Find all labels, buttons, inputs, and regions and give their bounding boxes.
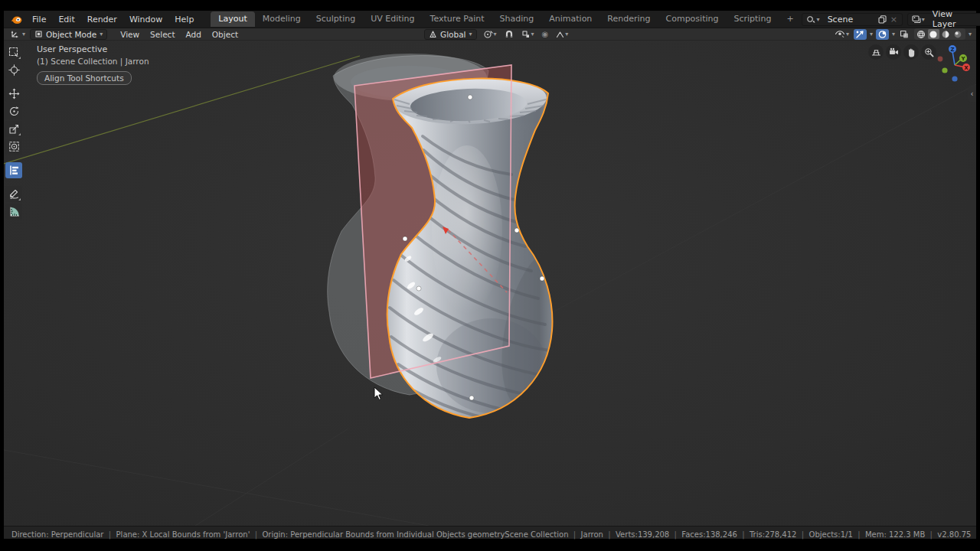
overlays-options-dropdown[interactable]: ▾ bbox=[892, 31, 895, 37]
falloff-curve-icon bbox=[556, 31, 564, 38]
orientation-icon bbox=[429, 30, 437, 38]
shading-material-button[interactable] bbox=[940, 29, 952, 39]
scene-name[interactable]: Scene bbox=[823, 15, 877, 24]
shading-solid-button[interactable] bbox=[928, 29, 939, 39]
sidebar-toggle-arrow[interactable]: ‹ bbox=[968, 85, 976, 102]
move-tool-button[interactable] bbox=[5, 86, 22, 102]
workspace-tabs: LayoutModelingSculptingUV EditingTexture… bbox=[211, 11, 801, 28]
blender-window: FileEditRenderWindowHelp LayoutModelingS… bbox=[4, 11, 976, 539]
gizmo-axis-negx[interactable] bbox=[938, 57, 943, 62]
proportional-falloff-dropdown[interactable]: ▾ bbox=[554, 30, 570, 39]
snap-toggle-button[interactable] bbox=[503, 29, 515, 40]
orientation-label: Global bbox=[440, 30, 466, 39]
editor-type-button[interactable]: ▾ bbox=[8, 29, 27, 39]
blender-logo-icon bbox=[10, 13, 23, 26]
gizmo-axis-negz[interactable] bbox=[952, 76, 957, 81]
status-bar: Direction: Perpendicular | Plane: X Loca… bbox=[4, 526, 976, 539]
viewport-menu-view[interactable]: View bbox=[115, 29, 145, 40]
viewport-canvas[interactable] bbox=[4, 41, 976, 526]
align-tool-button[interactable] bbox=[5, 162, 22, 178]
unlink-scene-button[interactable]: × bbox=[888, 15, 900, 24]
tab-scripting[interactable]: Scripting bbox=[726, 11, 779, 27]
tab-modeling[interactable]: Modeling bbox=[255, 11, 309, 27]
chevron-down-icon: ▾ bbox=[469, 31, 472, 37]
viewport-header-left: ▾ Object Mode ▾ ViewSelectAddObject bbox=[8, 29, 243, 40]
navigation-gizmo[interactable]: Z Y X bbox=[930, 41, 976, 88]
status-scene-stats: Scene Collection | Jarron | Verts:139,20… bbox=[505, 526, 971, 540]
proportional-editing-button[interactable]: ◉ bbox=[541, 30, 550, 39]
move-icon bbox=[8, 88, 20, 99]
camera-view-button[interactable] bbox=[886, 44, 901, 60]
gizmo-axis-negy[interactable] bbox=[942, 67, 947, 73]
shading-rendered-button[interactable] bbox=[952, 29, 964, 39]
screen-frame: FileEditRenderWindowHelp LayoutModelingS… bbox=[0, 0, 980, 551]
rotate-icon bbox=[8, 106, 20, 117]
shading-wireframe-button[interactable] bbox=[916, 29, 927, 39]
perspective-grid-icon bbox=[871, 47, 881, 57]
wireframe-sphere-icon bbox=[916, 30, 926, 39]
view-layer-browse-button[interactable]: ▾ bbox=[910, 15, 928, 24]
transform-orientation-dropdown[interactable]: Global ▾ bbox=[424, 29, 477, 40]
snap-with-icon bbox=[521, 30, 531, 39]
new-scene-button[interactable] bbox=[877, 15, 888, 24]
tab-uv-editing[interactable]: UV Editing bbox=[363, 11, 422, 27]
separator: | bbox=[737, 530, 750, 539]
object-type-visibility-dropdown[interactable]: ▾ bbox=[833, 29, 851, 39]
menu-render[interactable]: Render bbox=[81, 13, 123, 26]
gizmo-axis-x[interactable]: X bbox=[962, 64, 970, 71]
tab-compositing[interactable]: Compositing bbox=[658, 11, 727, 27]
gizmo-axis-z[interactable]: Z bbox=[949, 45, 956, 53]
pan-view-button[interactable] bbox=[903, 44, 919, 60]
xray-toggle[interactable] bbox=[898, 29, 911, 40]
chevron-down-icon: ▾ bbox=[494, 31, 497, 37]
viewport-menu-select[interactable]: Select bbox=[145, 29, 180, 40]
scene-browse-button[interactable]: ▾ bbox=[805, 15, 823, 24]
separator: | bbox=[568, 530, 580, 539]
status-right-faces-138-246: Faces:138,246 bbox=[681, 530, 737, 539]
cursor-tool-button[interactable] bbox=[5, 62, 22, 78]
select-box-tool-button[interactable] bbox=[5, 44, 22, 60]
transform-tool-button[interactable] bbox=[5, 139, 22, 155]
tab-layout[interactable]: Layout bbox=[211, 11, 254, 27]
toggle-perspective-button[interactable] bbox=[868, 44, 884, 60]
mode-dropdown[interactable]: Object Mode ▾ bbox=[30, 29, 107, 40]
show-gizmo-toggle[interactable] bbox=[854, 29, 867, 40]
annotate-tool-button[interactable] bbox=[5, 186, 22, 202]
snap-target-dropdown[interactable]: ▾ bbox=[520, 29, 536, 40]
tab-shading[interactable]: Shading bbox=[492, 11, 542, 27]
xray-icon bbox=[900, 30, 910, 39]
separator: | bbox=[669, 530, 681, 539]
menu-file[interactable]: File bbox=[26, 13, 52, 26]
topbar: FileEditRenderWindowHelp LayoutModelingS… bbox=[4, 11, 976, 28]
gizmo-options-dropdown[interactable]: ▾ bbox=[870, 31, 873, 37]
rotate-tool-button[interactable] bbox=[5, 103, 22, 119]
measure-tool-button[interactable] bbox=[5, 204, 22, 220]
tab-animation[interactable]: Animation bbox=[541, 11, 599, 27]
separator: | bbox=[796, 530, 808, 539]
view-layer-name[interactable]: View Layer bbox=[928, 9, 980, 29]
status-right-mem-122-3-mb: Mem: 122.3 MB bbox=[865, 530, 925, 539]
status-left-origin-perpendicular-bounds-from-individual-objects-geometry: Origin: Perpendicular Bounds from Indivi… bbox=[262, 530, 505, 539]
tab-sculpting[interactable]: Sculpting bbox=[309, 11, 363, 27]
viewport-menu-object[interactable]: Object bbox=[207, 29, 243, 40]
scale-tool-button[interactable] bbox=[5, 121, 22, 137]
tab-texture-paint[interactable]: Texture Paint bbox=[423, 11, 492, 27]
status-right-jarron: Jarron bbox=[581, 530, 603, 539]
pivot-point-dropdown[interactable]: ▾ bbox=[482, 29, 498, 40]
menu-help[interactable]: Help bbox=[168, 13, 200, 26]
tool-alt-indicator bbox=[18, 57, 21, 59]
shading-options-dropdown[interactable]: ▾ bbox=[969, 31, 972, 37]
menu-edit[interactable]: Edit bbox=[52, 13, 80, 26]
align-tool-shortcuts-button[interactable]: Align Tool Shortcuts bbox=[37, 71, 132, 85]
show-overlays-toggle[interactable] bbox=[876, 29, 889, 40]
viewport-3d[interactable]: User Perspective (1) Scene Collection | … bbox=[4, 41, 976, 526]
tool-alt-indicator bbox=[18, 198, 21, 201]
chevron-down-icon: ▾ bbox=[100, 31, 103, 37]
menu-window[interactable]: Window bbox=[123, 13, 168, 26]
gizmo-axis-y[interactable]: Y bbox=[959, 54, 967, 62]
tab-rendering[interactable]: Rendering bbox=[599, 11, 658, 27]
tab-add[interactable]: + bbox=[779, 11, 801, 27]
overlays-icon bbox=[877, 30, 887, 39]
viewport-menu-add[interactable]: Add bbox=[181, 29, 207, 40]
proportional-editing-icon: ◉ bbox=[542, 31, 549, 38]
